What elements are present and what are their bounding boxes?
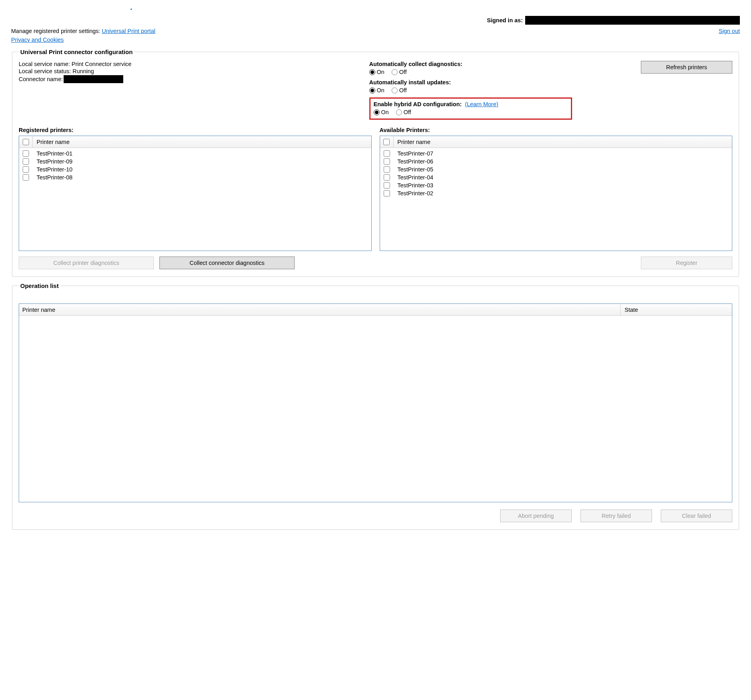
registered-item-checkbox[interactable]	[23, 166, 29, 173]
updates-off-option[interactable]: Off	[392, 87, 407, 93]
signed-in-user-redacted	[525, 16, 740, 25]
hybrid-off-option[interactable]: Off	[396, 109, 411, 115]
operation-list: Printer name State	[19, 303, 732, 502]
available-item-label: TestPrinter-07	[397, 150, 433, 157]
operation-col-state: State	[621, 307, 732, 313]
updates-label: Automatically install updates:	[369, 79, 451, 86]
registered-item-label: TestPrinter-10	[36, 166, 72, 173]
privacy-link[interactable]: Privacy and Cookies	[11, 37, 155, 43]
registered-item-checkbox[interactable]	[23, 174, 29, 181]
list-item[interactable]: TestPrinter-05	[380, 165, 732, 173]
available-item-label: TestPrinter-03	[397, 182, 433, 189]
registered-select-all-checkbox[interactable]	[23, 139, 29, 145]
sign-out-link[interactable]: Sign out	[719, 28, 740, 34]
available-list: Printer name TestPrinter-07TestPrinter-0…	[380, 136, 733, 251]
list-item[interactable]: TestPrinter-01	[19, 150, 371, 158]
hybrid-on-radio[interactable]	[374, 109, 380, 115]
header-row: Signed in as:	[11, 16, 740, 25]
register-button[interactable]: Register	[641, 257, 732, 269]
available-list-header: Printer name	[380, 136, 732, 148]
diag-off-option[interactable]: Off	[392, 69, 407, 75]
operation-col-printer: Printer name	[19, 304, 621, 315]
operation-list-legend: Operation list	[19, 282, 60, 289]
service-info: Local service name: Print Connector serv…	[19, 61, 361, 84]
setting-diagnostics: Automatically collect diagnostics: On Of…	[369, 61, 634, 75]
settings-column: Automatically collect diagnostics: On Of…	[369, 61, 634, 120]
hybrid-learn-more-link[interactable]: (Learn More)	[465, 101, 498, 107]
retry-failed-button[interactable]: Retry failed	[580, 509, 652, 522]
updates-on-option[interactable]: On	[369, 87, 384, 93]
registered-heading: Registered printers:	[19, 127, 372, 133]
available-heading: Available Printers:	[380, 127, 733, 133]
connector-name-redacted	[64, 75, 123, 83]
list-item[interactable]: TestPrinter-10	[19, 165, 371, 173]
sub-header: Manage registered printer settings: Univ…	[11, 28, 740, 43]
diag-off-text: Off	[399, 69, 407, 75]
list-item[interactable]: TestPrinter-08	[19, 173, 371, 181]
updates-off-radio[interactable]	[392, 88, 398, 93]
abort-pending-button[interactable]: Abort pending	[500, 509, 572, 522]
collect-printer-diag-button[interactable]: Collect printer diagnostics	[19, 257, 154, 269]
signed-in-label: Signed in as:	[487, 17, 523, 23]
connector-name-label: Connector name:	[19, 76, 63, 82]
list-item[interactable]: TestPrinter-06	[380, 158, 732, 165]
available-printers-column: Available Printers: Printer name TestPri…	[380, 127, 733, 269]
list-item[interactable]: TestPrinter-03	[380, 181, 732, 189]
registered-column-name: Printer name	[33, 139, 371, 145]
list-item[interactable]: TestPrinter-09	[19, 158, 371, 165]
hybrid-highlight: Enable hybrid AD configuration: (Learn M…	[369, 97, 572, 120]
local-service-status-value: Running	[72, 68, 94, 74]
hybrid-on-text: On	[381, 109, 389, 115]
updates-on-text: On	[377, 87, 384, 93]
decorative-dot: •	[11, 7, 740, 12]
registered-item-label: TestPrinter-08	[36, 174, 72, 181]
available-item-label: TestPrinter-02	[397, 190, 433, 196]
registered-list: Printer name TestPrinter-01TestPrinter-0…	[19, 136, 372, 251]
available-column-name: Printer name	[394, 139, 732, 145]
list-item[interactable]: TestPrinter-04	[380, 173, 732, 181]
list-item[interactable]: TestPrinter-07	[380, 150, 732, 158]
available-item-checkbox[interactable]	[384, 174, 390, 181]
portal-link[interactable]: Universal Print portal	[102, 28, 155, 34]
diag-off-radio[interactable]	[392, 69, 398, 75]
manage-line: Manage registered printer settings: Univ…	[11, 28, 155, 34]
available-select-all-checkbox[interactable]	[383, 139, 390, 145]
refresh-printers-button[interactable]: Refresh printers	[641, 61, 732, 74]
available-item-label: TestPrinter-05	[397, 166, 433, 173]
setting-updates: Automatically install updates: On Off	[369, 79, 634, 93]
available-item-checkbox[interactable]	[384, 166, 390, 173]
available-item-checkbox[interactable]	[384, 190, 390, 196]
clear-failed-button[interactable]: Clear failed	[661, 509, 732, 522]
available-item-checkbox[interactable]	[384, 158, 390, 165]
available-item-checkbox[interactable]	[384, 182, 390, 189]
updates-off-text: Off	[399, 87, 407, 93]
connector-config-fieldset: Universal Print connector configuration …	[12, 49, 739, 277]
hybrid-off-text: Off	[404, 109, 411, 115]
operation-list-header: Printer name State	[19, 304, 732, 316]
local-service-name-label: Local service name:	[19, 61, 72, 67]
hybrid-off-radio[interactable]	[396, 109, 402, 115]
local-service-status-label: Local service status:	[19, 68, 72, 74]
diag-label: Automatically collect diagnostics:	[369, 61, 462, 67]
registered-list-header: Printer name	[19, 136, 371, 148]
list-item[interactable]: TestPrinter-02	[380, 189, 732, 197]
registered-item-checkbox[interactable]	[23, 158, 29, 165]
hybrid-label: Enable hybrid AD configuration:	[374, 101, 462, 107]
available-item-label: TestPrinter-06	[397, 158, 433, 165]
connector-config-legend: Universal Print connector configuration	[19, 49, 134, 55]
collect-connector-diag-button[interactable]: Collect connector diagnostics	[159, 257, 295, 269]
diag-on-text: On	[377, 69, 384, 75]
hybrid-on-option[interactable]: On	[374, 109, 389, 115]
registered-item-checkbox[interactable]	[23, 150, 29, 157]
registered-printers-column: Registered printers: Printer name TestPr…	[19, 127, 372, 269]
available-item-label: TestPrinter-04	[397, 174, 433, 181]
registered-item-label: TestPrinter-09	[36, 158, 72, 165]
diag-on-radio[interactable]	[369, 69, 375, 75]
local-service-name-value: Print Connector service	[72, 61, 132, 67]
manage-prefix: Manage registered printer settings:	[11, 28, 102, 34]
updates-on-radio[interactable]	[369, 88, 375, 93]
registered-item-label: TestPrinter-01	[36, 150, 72, 157]
diag-on-option[interactable]: On	[369, 69, 384, 75]
operation-list-fieldset: Operation list Printer name State Abort …	[12, 282, 739, 530]
available-item-checkbox[interactable]	[384, 150, 390, 157]
